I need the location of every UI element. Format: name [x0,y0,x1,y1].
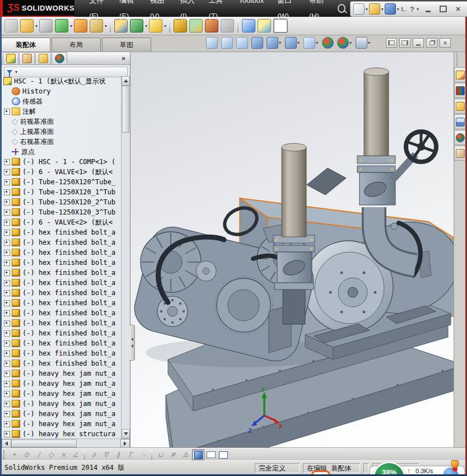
search-icon[interactable] [338,4,345,13]
tree-item[interactable]: (-) hex finished bolt_a [3,338,120,348]
expand-icon[interactable] [4,300,10,306]
new-document-button[interactable] [353,3,365,15]
task-pane-grip[interactable] [456,53,463,66]
dropdown-arrow-icon[interactable]: ▾ [279,40,281,45]
expand-icon[interactable] [4,290,10,296]
dropdown-arrow-icon[interactable]: ▾ [35,24,38,29]
zoom-to-area-button[interactable] [221,37,233,49]
configurationmanager-tab[interactable] [35,52,51,64]
angle-tool[interactable]: ∠ [70,450,81,460]
expand-icon[interactable] [4,330,10,337]
snap-sketch-tool[interactable]: ∂ [88,450,99,460]
tree-item[interactable]: (-) HSC - 1 - COMP<1> ( [3,157,120,167]
flat-view-button[interactable] [206,450,217,460]
tree-item[interactable]: 原点 [3,147,120,157]
mate-button[interactable] [39,19,53,32]
hide-show-items-button[interactable] [303,37,315,49]
Toolbox[interactable]: Toolbox [232,0,270,24]
zoom-to-fit-button[interactable] [206,37,218,49]
tree-item[interactable]: (-) hex finished bolt_a [3,248,120,258]
tree-item[interactable]: History [3,86,120,96]
file-explorer-tab[interactable] [454,99,465,114]
grid-tool[interactable]: # [167,450,179,460]
view-palette-tab[interactable] [454,114,465,129]
design-library-tab[interactable] [454,83,465,98]
expand-icon[interactable] [4,351,10,357]
expand-icon[interactable] [4,401,10,407]
tree-item[interactable]: (-) Tube-1250X120_2^Tub [3,197,120,207]
dropdown-arrow-icon[interactable]: ▾ [70,24,72,29]
expand-icon[interactable] [4,199,10,206]
tree-item[interactable]: (-) hex finished bolt_a [3,308,120,318]
vertical-scroll-thumb[interactable] [122,86,129,133]
view-orientation-button[interactable] [267,37,278,49]
propertymanager-tab[interactable] [19,52,35,64]
separator[interactable] [84,450,85,460]
expand-icon[interactable] [4,240,10,246]
tree-item[interactable]: (-) hex finished bolt_a [3,348,120,358]
布局[interactable]: 布局 [52,38,101,52]
trim-tool[interactable]: × [58,450,69,460]
toolbar-overflow-label[interactable]: t.. [401,6,407,12]
dimension-tool[interactable]: ⊔ [155,450,166,460]
工具(T)[interactable]: 工具(T) [202,0,232,24]
tree-item[interactable]: (-) heavy hex jam nut_a [3,368,120,379]
视图(V)[interactable]: 视图(V) [143,0,173,24]
expand-icon[interactable] [4,230,10,236]
tree-item[interactable]: 传感器 [3,96,120,106]
tree-item[interactable]: (-) heavy hex jam nut_a [3,399,120,409]
帮助(H)[interactable]: 帮助(H) [302,0,333,24]
graphics-viewport[interactable]: Y X Z [130,52,454,448]
expand-icon[interactable] [4,260,10,266]
expand-icon[interactable] [4,189,10,195]
expand-icon[interactable] [4,280,10,286]
featuremanager-tree-tab[interactable] [3,52,18,64]
编辑(E)[interactable]: 编辑(E) [113,0,143,24]
tree-item[interactable]: (-) heavy hex jam nut_a [3,379,120,389]
expand-icon[interactable] [4,381,10,387]
expand-icon[interactable] [4,169,10,175]
custom-properties-tab[interactable] [454,146,465,161]
expand-icon[interactable] [4,159,10,165]
tree-item[interactable]: (-) hex finished bolt_a [3,237,120,248]
minimize-doc-button[interactable] [413,38,424,48]
split-view-button[interactable] [218,450,229,460]
tree-item[interactable]: (-) hex finished bolt_a [3,258,120,268]
pane-right-button[interactable] [399,38,410,48]
插入(I)[interactable]: 插入(I) [174,0,202,24]
tree-item[interactable]: (-) hex finished bolt_a [3,298,120,308]
edit-appearance-button[interactable] [322,37,334,49]
dropdown-arrow-icon[interactable]: ▾ [349,40,352,45]
expand-icon[interactable] [4,371,10,377]
tree-item[interactable]: (-) Tube-1250X120_1^Tub [3,187,120,197]
dropdown-arrow-icon[interactable]: ▾ [366,7,368,12]
help-icon[interactable]: ? [410,5,414,13]
tree-item[interactable]: (-) heavy hex jam nut_a [3,389,120,399]
expand-icon[interactable] [4,340,10,347]
circle-tool[interactable]: ⊙ [21,450,32,460]
窗口(W)[interactable]: 窗口(W) [270,0,302,24]
tree-item[interactable]: (-) hex finished bolt_a [3,227,120,237]
expand-icon[interactable] [4,270,10,276]
expand-icon[interactable] [4,431,10,437]
expand-icon[interactable] [4,109,10,115]
restore-doc-button[interactable] [426,38,437,48]
dropdown-arrow-icon[interactable]: ▾ [297,40,300,45]
dropdown-arrow-icon[interactable]: ▾ [397,7,399,12]
close-doc-button[interactable]: × [440,38,451,48]
snap-point-tool[interactable]: ∇ [100,450,111,460]
tree-item[interactable]: (-) hex finished bolt_a [3,288,120,298]
help-dropdown-icon[interactable]: ▾ [417,7,419,12]
handwheel[interactable] [406,132,436,162]
panel-overflow-chevron[interactable]: » [122,54,125,62]
horizontal-scroll-thumb[interactable] [11,440,77,447]
grid-snap-tool[interactable]: ∴ [137,450,148,460]
tree-item[interactable]: 右视基准面 [3,137,120,147]
point-tool[interactable]: • [8,450,20,460]
scroll-left-button[interactable] [2,439,11,448]
tree-item[interactable]: (-) heavy hex structura [3,429,120,438]
tree-item[interactable]: 注解 [3,106,120,116]
solidworks-resources-tab[interactable] [454,67,465,82]
expand-icon[interactable] [4,421,10,427]
expand-icon[interactable] [4,179,10,185]
